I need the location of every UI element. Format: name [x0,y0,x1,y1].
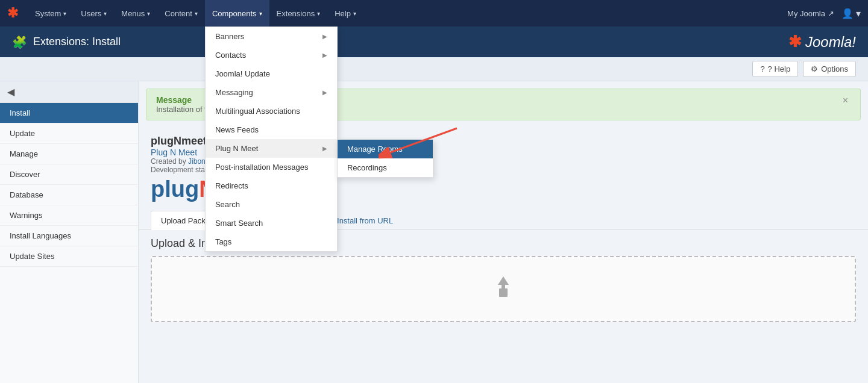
submenu-arrow-icon: ▶ [322,145,327,152]
submenu-arrow-icon: ▶ [322,33,327,40]
nav-right: My Joomla ↗ 👤 ▾ [787,8,861,19]
submenu-item-manage-rooms[interactable]: Manage Rooms [338,140,433,158]
nav-components[interactable]: Components ▾ Banners ▶ Contacts ▶ Joomla… [205,0,269,26]
top-navigation: ✱ System ▾ Users ▾ Menus ▾ Content ▾ Com… [0,0,868,26]
main-layout: ◀ Install Update Manage Discover Databas… [0,81,868,383]
help-icon: ? [760,64,764,73]
caret-icon: ▾ [259,10,262,17]
caret-icon: ▾ [317,10,320,17]
svg-marker-2 [498,276,509,285]
file-drop-zone[interactable] [151,256,856,322]
action-bar: ? ? Help ⚙ Options [0,57,868,81]
caret-icon: ▾ [353,10,356,17]
options-button[interactable]: ⚙ Options [803,61,856,77]
page-title: 🧩 Extensions: Install [12,35,121,49]
joomla-brand: ✱ Joomla! [788,33,856,51]
menu-item-banners[interactable]: Banners ▶ [206,27,337,46]
menu-item-messaging[interactable]: Messaging ▶ [206,83,337,102]
nav-system[interactable]: System ▾ [28,0,74,26]
sidebar-item-manage[interactable]: Manage [0,144,138,164]
menu-item-joomla-update[interactable]: Joomla! Update [206,64,337,83]
components-dropdown: Banners ▶ Contacts ▶ Joomla! Update Mess… [205,26,338,252]
submenu-arrow-icon: ▶ [322,52,327,58]
caret-icon: ▾ [147,10,150,17]
nav-help[interactable]: Help ▾ [327,0,363,26]
submenu-arrow-icon: ▶ [322,89,327,96]
sidebar-item-update[interactable]: Update [0,123,138,144]
menu-item-search[interactable]: Search [206,195,337,214]
help-button[interactable]: ? ? Help [752,61,798,77]
gear-icon: ⚙ [811,64,818,73]
sidebar-item-update-sites[interactable]: Update Sites [0,246,138,267]
submenu-item-recordings[interactable]: Recordings [338,158,433,177]
sidebar-toggle-button[interactable]: ◀ [0,81,138,103]
menu-item-multilingual[interactable]: Multilingual Associations [206,102,337,120]
tab-install-from-url[interactable]: Install from URL [327,211,403,230]
message-close-button[interactable]: × [840,95,851,106]
menu-item-contacts[interactable]: Contacts ▶ [206,46,337,64]
menu-item-redirects[interactable]: Redirects [206,176,337,195]
menu-item-tags[interactable]: Tags [206,232,337,251]
plugnmeet-submenu: Manage Rooms Recordings [337,139,433,178]
joomla-brand-text: Joomla! [805,34,856,51]
sidebar-item-warnings[interactable]: Warnings [0,205,138,226]
my-joomla-link[interactable]: My Joomla ↗ [787,9,834,18]
nav-users[interactable]: Users ▾ [74,0,114,26]
menu-item-smart-search[interactable]: Smart Search [206,214,337,232]
nav-items: System ▾ Users ▾ Menus ▾ Content ▾ Compo… [28,0,787,26]
menu-item-plugnmeet[interactable]: Plug N Meet ▶ Manage Rooms Recordings [206,139,337,158]
nav-menus[interactable]: Menus ▾ [114,0,157,26]
upload-icon [488,272,518,307]
page-title-bar: 🧩 Extensions: Install ✱ Joomla! [0,26,868,57]
sidebar-item-install-languages[interactable]: Install Languages [0,226,138,246]
user-avatar-icon[interactable]: 👤 ▾ [841,8,861,19]
menu-item-post-installation[interactable]: Post-installation Messages [206,158,337,176]
joomla-logo-icon: ✱ [7,5,18,21]
sidebar-item-install[interactable]: Install [0,103,138,123]
sidebar: ◀ Install Update Manage Discover Databas… [0,81,139,383]
caret-icon: ▾ [104,10,107,17]
sidebar-item-database[interactable]: Database [0,185,138,205]
nav-extensions[interactable]: Extensions ▾ [269,0,328,26]
caret-icon: ▾ [195,10,198,17]
caret-icon: ▾ [63,10,66,17]
extensions-icon: 🧩 [12,35,27,49]
menu-item-newsfeeds[interactable]: News Feeds [206,120,337,139]
sidebar-item-discover[interactable]: Discover [0,164,138,185]
joomla-star-icon: ✱ [788,33,802,51]
brand-plug: plug [151,176,199,202]
nav-content[interactable]: Content ▾ [157,0,205,26]
